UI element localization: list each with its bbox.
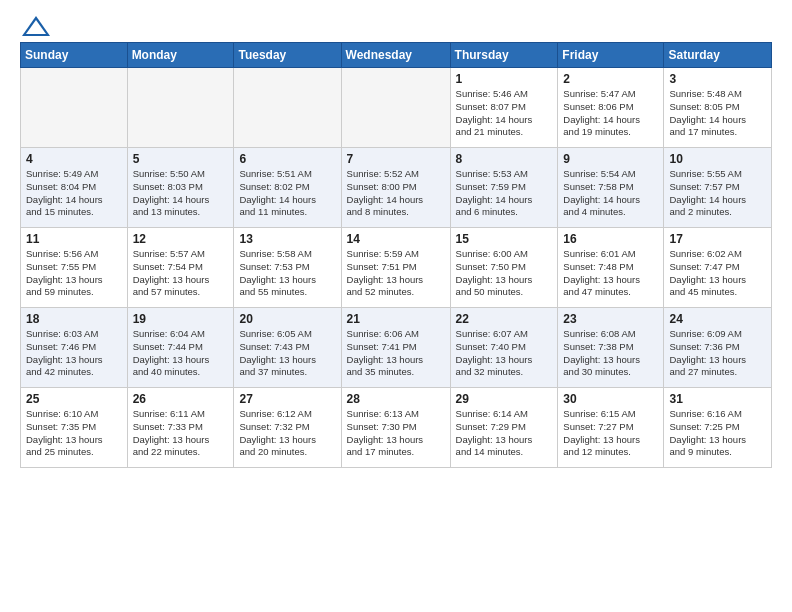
calendar-cell: 10Sunrise: 5:55 AM Sunset: 7:57 PM Dayli… — [664, 148, 772, 228]
day-info: Sunrise: 5:46 AM Sunset: 8:07 PM Dayligh… — [456, 88, 553, 139]
day-info: Sunrise: 5:59 AM Sunset: 7:51 PM Dayligh… — [347, 248, 445, 299]
calendar-cell: 12Sunrise: 5:57 AM Sunset: 7:54 PM Dayli… — [127, 228, 234, 308]
day-info: Sunrise: 6:09 AM Sunset: 7:36 PM Dayligh… — [669, 328, 766, 379]
calendar-cell: 13Sunrise: 5:58 AM Sunset: 7:53 PM Dayli… — [234, 228, 341, 308]
day-number: 9 — [563, 152, 658, 166]
day-info: Sunrise: 6:00 AM Sunset: 7:50 PM Dayligh… — [456, 248, 553, 299]
day-info: Sunrise: 5:57 AM Sunset: 7:54 PM Dayligh… — [133, 248, 229, 299]
day-info: Sunrise: 5:50 AM Sunset: 8:03 PM Dayligh… — [133, 168, 229, 219]
day-info: Sunrise: 5:47 AM Sunset: 8:06 PM Dayligh… — [563, 88, 658, 139]
calendar-cell: 8Sunrise: 5:53 AM Sunset: 7:59 PM Daylig… — [450, 148, 558, 228]
calendar-cell: 21Sunrise: 6:06 AM Sunset: 7:41 PM Dayli… — [341, 308, 450, 388]
calendar-week-row: 11Sunrise: 5:56 AM Sunset: 7:55 PM Dayli… — [21, 228, 772, 308]
calendar-cell: 3Sunrise: 5:48 AM Sunset: 8:05 PM Daylig… — [664, 68, 772, 148]
weekday-header-tuesday: Tuesday — [234, 43, 341, 68]
day-info: Sunrise: 6:14 AM Sunset: 7:29 PM Dayligh… — [456, 408, 553, 459]
day-number: 31 — [669, 392, 766, 406]
calendar-cell: 11Sunrise: 5:56 AM Sunset: 7:55 PM Dayli… — [21, 228, 128, 308]
calendar-week-row: 25Sunrise: 6:10 AM Sunset: 7:35 PM Dayli… — [21, 388, 772, 468]
day-number: 15 — [456, 232, 553, 246]
day-info: Sunrise: 5:53 AM Sunset: 7:59 PM Dayligh… — [456, 168, 553, 219]
day-number: 7 — [347, 152, 445, 166]
day-number: 28 — [347, 392, 445, 406]
day-info: Sunrise: 6:06 AM Sunset: 7:41 PM Dayligh… — [347, 328, 445, 379]
day-info: Sunrise: 5:51 AM Sunset: 8:02 PM Dayligh… — [239, 168, 335, 219]
calendar-cell — [21, 68, 128, 148]
logo — [20, 16, 50, 34]
calendar-cell: 14Sunrise: 5:59 AM Sunset: 7:51 PM Dayli… — [341, 228, 450, 308]
logo-icon — [22, 16, 50, 36]
day-number: 22 — [456, 312, 553, 326]
calendar-week-row: 4Sunrise: 5:49 AM Sunset: 8:04 PM Daylig… — [21, 148, 772, 228]
day-number: 21 — [347, 312, 445, 326]
calendar-cell — [234, 68, 341, 148]
day-number: 23 — [563, 312, 658, 326]
day-number: 29 — [456, 392, 553, 406]
day-info: Sunrise: 5:49 AM Sunset: 8:04 PM Dayligh… — [26, 168, 122, 219]
day-number: 6 — [239, 152, 335, 166]
day-info: Sunrise: 6:05 AM Sunset: 7:43 PM Dayligh… — [239, 328, 335, 379]
calendar-cell: 6Sunrise: 5:51 AM Sunset: 8:02 PM Daylig… — [234, 148, 341, 228]
day-info: Sunrise: 6:07 AM Sunset: 7:40 PM Dayligh… — [456, 328, 553, 379]
day-number: 30 — [563, 392, 658, 406]
day-info: Sunrise: 5:52 AM Sunset: 8:00 PM Dayligh… — [347, 168, 445, 219]
calendar-cell: 31Sunrise: 6:16 AM Sunset: 7:25 PM Dayli… — [664, 388, 772, 468]
calendar-cell: 4Sunrise: 5:49 AM Sunset: 8:04 PM Daylig… — [21, 148, 128, 228]
day-info: Sunrise: 6:16 AM Sunset: 7:25 PM Dayligh… — [669, 408, 766, 459]
day-number: 10 — [669, 152, 766, 166]
calendar-cell: 25Sunrise: 6:10 AM Sunset: 7:35 PM Dayli… — [21, 388, 128, 468]
day-info: Sunrise: 6:01 AM Sunset: 7:48 PM Dayligh… — [563, 248, 658, 299]
day-info: Sunrise: 5:56 AM Sunset: 7:55 PM Dayligh… — [26, 248, 122, 299]
calendar-table: SundayMondayTuesdayWednesdayThursdayFrid… — [20, 42, 772, 468]
day-info: Sunrise: 6:10 AM Sunset: 7:35 PM Dayligh… — [26, 408, 122, 459]
calendar-cell: 19Sunrise: 6:04 AM Sunset: 7:44 PM Dayli… — [127, 308, 234, 388]
weekday-header-wednesday: Wednesday — [341, 43, 450, 68]
day-info: Sunrise: 6:15 AM Sunset: 7:27 PM Dayligh… — [563, 408, 658, 459]
weekday-header-sunday: Sunday — [21, 43, 128, 68]
day-number: 25 — [26, 392, 122, 406]
calendar-cell: 23Sunrise: 6:08 AM Sunset: 7:38 PM Dayli… — [558, 308, 664, 388]
day-number: 19 — [133, 312, 229, 326]
weekday-header-friday: Friday — [558, 43, 664, 68]
calendar-week-row: 18Sunrise: 6:03 AM Sunset: 7:46 PM Dayli… — [21, 308, 772, 388]
day-info: Sunrise: 5:48 AM Sunset: 8:05 PM Dayligh… — [669, 88, 766, 139]
day-number: 2 — [563, 72, 658, 86]
weekday-header-monday: Monday — [127, 43, 234, 68]
page-header — [20, 16, 772, 34]
day-number: 27 — [239, 392, 335, 406]
day-number: 20 — [239, 312, 335, 326]
calendar-cell: 15Sunrise: 6:00 AM Sunset: 7:50 PM Dayli… — [450, 228, 558, 308]
calendar-week-row: 1Sunrise: 5:46 AM Sunset: 8:07 PM Daylig… — [21, 68, 772, 148]
day-number: 1 — [456, 72, 553, 86]
day-number: 16 — [563, 232, 658, 246]
day-number: 8 — [456, 152, 553, 166]
day-number: 17 — [669, 232, 766, 246]
day-info: Sunrise: 6:13 AM Sunset: 7:30 PM Dayligh… — [347, 408, 445, 459]
day-info: Sunrise: 6:02 AM Sunset: 7:47 PM Dayligh… — [669, 248, 766, 299]
calendar-cell: 22Sunrise: 6:07 AM Sunset: 7:40 PM Dayli… — [450, 308, 558, 388]
calendar-cell: 1Sunrise: 5:46 AM Sunset: 8:07 PM Daylig… — [450, 68, 558, 148]
calendar-cell: 16Sunrise: 6:01 AM Sunset: 7:48 PM Dayli… — [558, 228, 664, 308]
day-info: Sunrise: 6:11 AM Sunset: 7:33 PM Dayligh… — [133, 408, 229, 459]
calendar-cell: 26Sunrise: 6:11 AM Sunset: 7:33 PM Dayli… — [127, 388, 234, 468]
day-info: Sunrise: 6:03 AM Sunset: 7:46 PM Dayligh… — [26, 328, 122, 379]
day-info: Sunrise: 5:54 AM Sunset: 7:58 PM Dayligh… — [563, 168, 658, 219]
calendar-cell: 9Sunrise: 5:54 AM Sunset: 7:58 PM Daylig… — [558, 148, 664, 228]
calendar-cell — [127, 68, 234, 148]
day-number: 4 — [26, 152, 122, 166]
day-number: 18 — [26, 312, 122, 326]
calendar-cell: 2Sunrise: 5:47 AM Sunset: 8:06 PM Daylig… — [558, 68, 664, 148]
calendar-page: SundayMondayTuesdayWednesdayThursdayFrid… — [0, 0, 792, 478]
day-number: 12 — [133, 232, 229, 246]
day-info: Sunrise: 6:12 AM Sunset: 7:32 PM Dayligh… — [239, 408, 335, 459]
weekday-header-row: SundayMondayTuesdayWednesdayThursdayFrid… — [21, 43, 772, 68]
day-number: 3 — [669, 72, 766, 86]
day-number: 14 — [347, 232, 445, 246]
weekday-header-thursday: Thursday — [450, 43, 558, 68]
calendar-cell: 24Sunrise: 6:09 AM Sunset: 7:36 PM Dayli… — [664, 308, 772, 388]
calendar-cell: 27Sunrise: 6:12 AM Sunset: 7:32 PM Dayli… — [234, 388, 341, 468]
calendar-cell: 28Sunrise: 6:13 AM Sunset: 7:30 PM Dayli… — [341, 388, 450, 468]
calendar-cell: 7Sunrise: 5:52 AM Sunset: 8:00 PM Daylig… — [341, 148, 450, 228]
day-number: 24 — [669, 312, 766, 326]
day-number: 5 — [133, 152, 229, 166]
